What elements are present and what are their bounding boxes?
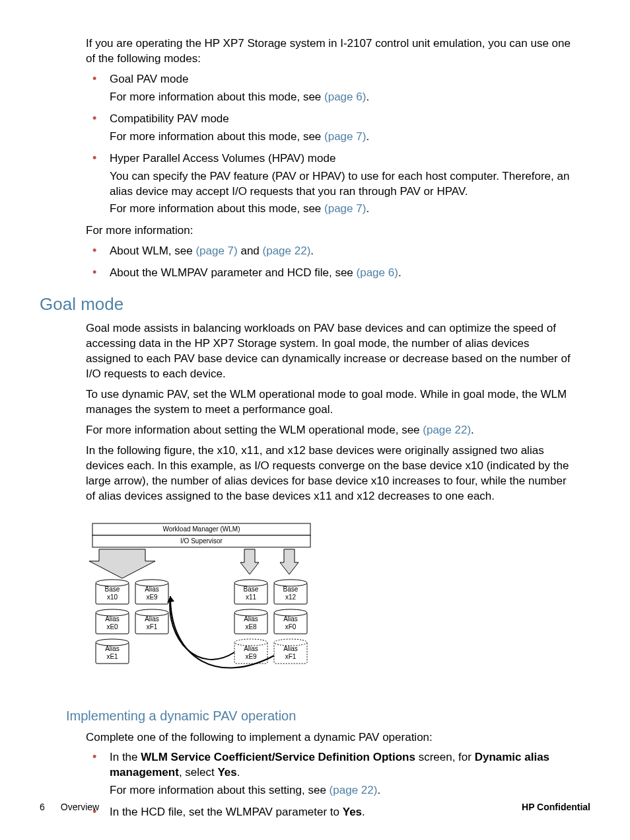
page-link[interactable]: (page 22) [423,424,471,436]
text: and [238,245,263,257]
cyl-label: xE8 [245,623,257,630]
cyl-label: Alias [145,615,159,623]
cyl-label: Alias [105,615,120,623]
text: . [398,266,402,279]
intro-paragraph: If you are operating the HP XP7 Storage … [86,36,577,67]
cyl-label: Alias [105,645,120,652]
paragraph: In the following figure, the x10, x11, a… [86,443,577,504]
more-info-list: About WLM, see (page 7) and (page 22). A… [86,244,577,281]
diagram-wlm-label: Workload Manager (WLM) [162,525,240,533]
confidential-label: HP Confidential [522,801,590,814]
list-item: About WLM, see (page 7) and (page 22). [86,244,577,259]
mode-title: Compatibility PAV mode [110,112,577,127]
text: For more information about this mode, se… [110,202,324,215]
mode-desc: For more information about this mode, se… [110,202,577,217]
bold-text: Yes [217,766,236,779]
mode-list: Goal PAV mode For more information about… [86,72,577,217]
text: . [237,766,240,779]
cyl-label: xF1 [147,623,158,630]
mode-title: Hyper Parallel Access Volumes (HPAV) mod… [110,151,577,167]
text: For more information about this mode, se… [110,91,324,103]
paragraph: For more information about setting the W… [86,423,577,438]
page-number: 6 [40,801,45,814]
cyl-label: Alias [244,615,258,623]
text: For more information about setting the W… [86,424,423,436]
page-link[interactable]: (page 7) [195,245,237,257]
cyl-label: x10 [107,593,118,601]
mode-extra: You can specify the PAV feature (PAV or … [110,169,577,200]
more-info-label: For more information: [86,223,577,239]
text: screen, for [415,751,475,763]
implementing-heading: Implementing a dynamic PAV operation [66,707,590,725]
diagram-io-label: I/O Supervisor [180,537,223,545]
item-line: In the WLM Service Coefficient/Service D… [110,750,577,781]
cyl-label: xF0 [285,623,297,630]
text: For more information about this setting,… [110,784,330,796]
goal-mode-body: Goal mode assists in balancing workloads… [86,321,577,504]
page-link[interactable]: (page 7) [324,130,366,143]
cyl-label: Alias [283,645,298,652]
cyl-label: xE0 [106,623,118,630]
page-link[interactable]: (page 6) [324,91,366,103]
page-link[interactable]: (page 7) [324,202,366,215]
list-item: About the WLMPAV parameter and HCD file,… [86,266,577,281]
cyl-label: Alias [244,645,258,652]
text: , select [179,766,218,779]
page-footer: 6 Overview HP Confidential [40,801,590,814]
paragraph: Complete one of the following to impleme… [86,730,577,745]
text: About the WLMPAV parameter and HCD file,… [110,266,357,279]
text: For more information about this mode, se… [110,130,324,143]
text: . [310,245,314,257]
cyl-label: Base [244,586,259,593]
goal-mode-heading: Goal mode [40,293,590,316]
cyl-label: xE1 [106,653,118,660]
text: About WLM, see [110,245,195,257]
mode-desc: For more information about this mode, se… [110,130,577,145]
cyl-label: x11 [246,593,257,601]
mode-desc: For more information about this mode, se… [110,90,577,105]
cyl-label: x12 [285,593,297,601]
cyl-label: Alias [145,586,159,593]
text: . [377,784,380,796]
list-item: In the WLM Service Coefficient/Service D… [86,750,577,798]
list-item: Hyper Parallel Access Volumes (HPAV) mod… [86,151,577,217]
intro-block: If you are operating the HP XP7 Storage … [86,36,577,281]
cyl-label: xE9 [245,653,257,660]
text: . [366,130,369,143]
paragraph: Goal mode assists in balancing workloads… [86,321,577,382]
goal-mode-figure: Workload Manager (WLM) I/O Supervisor Ba… [86,520,317,690]
cyl-label: xE9 [146,593,158,601]
cyl-label: Alias [283,615,298,623]
list-item: Goal PAV mode For more information about… [86,72,577,105]
mode-title: Goal PAV mode [110,72,577,87]
cyl-label: xF1 [285,653,297,660]
page-link[interactable]: (page 22) [263,245,311,257]
text: . [471,424,474,436]
footer-section: Overview [61,801,99,814]
paragraph: To use dynamic PAV, set the WLM operatio… [86,387,577,418]
cyl-label: Base [105,586,120,593]
page-link[interactable]: (page 6) [357,266,398,279]
list-item: Compatibility PAV mode For more informat… [86,112,577,145]
bold-text: WLM Service Coefficient/Service Definiti… [141,751,415,763]
text: . [366,202,369,215]
text: In the [110,751,141,763]
page-link[interactable]: (page 22) [330,784,378,796]
item-sub: For more information about this setting,… [110,783,577,798]
cyl-label: Base [283,586,298,593]
text: . [366,91,369,103]
